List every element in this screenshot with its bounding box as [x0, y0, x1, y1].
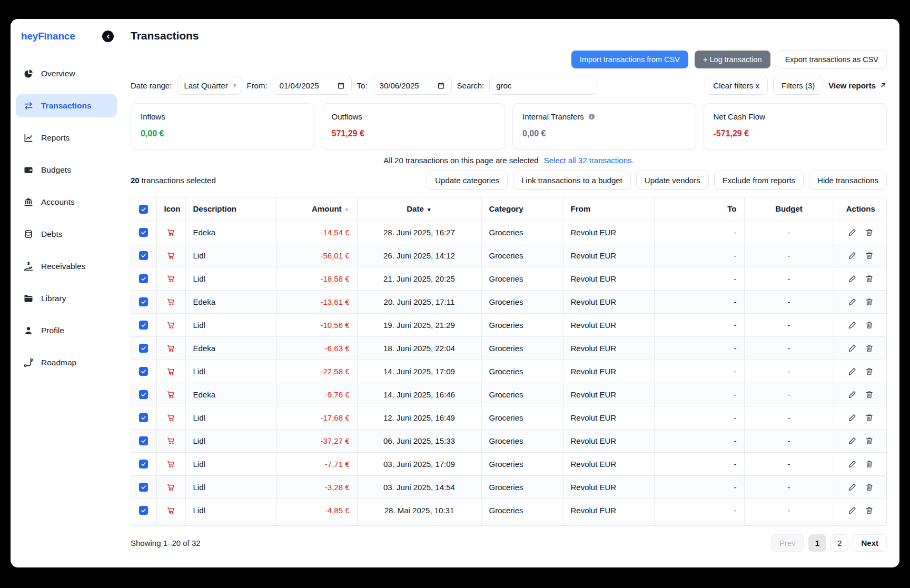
table-row: Lidl -18,58 € 21. Juni 2025, 20:25 Groce…	[131, 267, 887, 290]
select-all-link[interactable]: Select all 32 transactions.	[544, 156, 634, 165]
from-date-input[interactable]: 01/04/2025	[273, 76, 352, 95]
delete-row-button[interactable]	[865, 367, 874, 376]
trash-icon	[865, 344, 874, 353]
column-header-budget[interactable]: Budget	[744, 197, 834, 221]
edit-row-button[interactable]	[848, 297, 857, 306]
row-checkbox[interactable]	[139, 436, 148, 445]
edit-row-button[interactable]	[848, 228, 857, 237]
edit-row-button[interactable]	[848, 321, 857, 330]
column-header-description[interactable]: Description	[185, 197, 276, 221]
column-header-from[interactable]: From	[563, 197, 654, 221]
edit-row-button[interactable]	[848, 274, 857, 283]
delete-row-button[interactable]	[865, 344, 874, 353]
row-checkbox[interactable]	[139, 251, 148, 260]
sidebar-item-debts[interactable]: Debts	[16, 223, 117, 246]
row-checkbox[interactable]	[139, 297, 148, 306]
delete-row-button[interactable]	[865, 460, 874, 469]
edit-row-button[interactable]	[848, 390, 857, 399]
row-checkbox[interactable]	[139, 460, 148, 469]
delete-row-button[interactable]	[865, 274, 874, 283]
sidebar-item-library[interactable]: Library	[16, 287, 117, 310]
delete-row-button[interactable]	[865, 228, 874, 237]
column-header-category[interactable]: Category	[481, 197, 563, 221]
sidebar-item-accounts[interactable]: Accounts	[16, 191, 117, 214]
filters-button[interactable]: Filters (3)	[773, 76, 823, 95]
pagination-prev[interactable]: Prev	[771, 534, 804, 552]
edit-row-button[interactable]	[848, 460, 857, 469]
column-header-amount[interactable]: Amount▼	[276, 197, 357, 221]
edit-row-button[interactable]	[848, 436, 857, 445]
log-transaction-button[interactable]: + Log transaction	[695, 51, 770, 68]
delete-row-button[interactable]	[865, 297, 874, 306]
sidebar-item-label: Receivables	[41, 262, 85, 271]
check-icon	[141, 461, 146, 467]
summary-card: Internal Transfers 0,00 €	[512, 103, 696, 150]
trash-icon	[865, 483, 874, 492]
select-all-checkbox[interactable]	[139, 205, 148, 214]
column-header-to[interactable]: To	[654, 197, 744, 221]
to-label: To:	[357, 81, 368, 90]
row-checkbox[interactable]	[139, 228, 148, 237]
edit-row-button[interactable]	[848, 251, 857, 260]
column-header-icon[interactable]: Icon	[156, 197, 185, 221]
edit-row-button[interactable]	[848, 483, 857, 492]
delete-row-button[interactable]	[865, 321, 874, 330]
cell-category: Groceries	[481, 336, 563, 360]
export-csv-button[interactable]: Export transactions as CSV	[777, 51, 887, 68]
sidebar-item-reports[interactable]: Reports	[16, 126, 117, 150]
cell-amount: -17,68 €	[276, 406, 357, 429]
delete-row-button[interactable]	[865, 390, 874, 399]
clear-filters-button[interactable]: Clear filters x	[705, 76, 768, 95]
sidebar-item-profile[interactable]: Profile	[16, 319, 117, 342]
info-icon[interactable]	[588, 113, 596, 121]
column-header-date[interactable]: Date▼	[357, 197, 481, 221]
sidebar-item-overview[interactable]: Overview	[16, 62, 117, 85]
pagination-1[interactable]: 1	[808, 534, 826, 552]
update-vendors-button[interactable]: Update vendors	[636, 171, 709, 190]
row-checkbox[interactable]	[139, 413, 148, 422]
view-reports-link[interactable]: View reports	[828, 81, 887, 90]
sidebar: heyFinance Overview Transactions Reports…	[11, 19, 121, 567]
row-checkbox[interactable]	[139, 506, 148, 515]
row-checkbox[interactable]	[139, 367, 148, 376]
delete-row-button[interactable]	[865, 436, 874, 445]
row-checkbox[interactable]	[139, 321, 148, 330]
sidebar-item-receivables[interactable]: Receivables	[16, 255, 117, 278]
sidebar-item-roadmap[interactable]: Roadmap	[16, 351, 117, 374]
pagination-2[interactable]: 2	[830, 534, 848, 552]
link-transactions-to-a-budget-button[interactable]: Link transactions to a budget	[513, 171, 631, 190]
row-checkbox[interactable]	[139, 344, 148, 353]
cell-description: Lidl	[185, 429, 276, 452]
table-row: Edeka -14,54 € 28. Juni 2025, 16:27 Groc…	[131, 221, 887, 244]
edit-row-button[interactable]	[848, 413, 857, 422]
coins-icon	[23, 229, 34, 240]
sidebar-collapse-button[interactable]	[102, 31, 114, 42]
edit-row-button[interactable]	[848, 506, 857, 515]
delete-row-button[interactable]	[865, 506, 874, 515]
exclude-from-reports-button[interactable]: Exclude from reports	[714, 171, 804, 190]
row-checkbox[interactable]	[139, 390, 148, 399]
trash-icon	[865, 297, 874, 306]
edit-row-button[interactable]	[848, 344, 857, 353]
sidebar-item-budgets[interactable]: Budgets	[16, 158, 117, 182]
update-categories-button[interactable]: Update categories	[427, 171, 508, 190]
sidebar-item-transactions[interactable]: Transactions	[16, 94, 117, 117]
pencil-icon	[848, 321, 857, 330]
search-input[interactable]	[489, 76, 597, 95]
delete-row-button[interactable]	[865, 251, 874, 260]
cell-from: Revolut EUR	[563, 244, 654, 267]
row-checkbox[interactable]	[139, 274, 148, 283]
summary-card-value: -571,29 €	[714, 129, 877, 138]
import-csv-button[interactable]: Import transactions from CSV	[571, 51, 688, 68]
date-range-select[interactable]: Last Quarter ▼	[177, 76, 241, 95]
delete-row-button[interactable]	[865, 413, 874, 422]
pagination-next[interactable]: Next	[853, 534, 887, 552]
row-checkbox[interactable]	[139, 483, 148, 492]
table-row: Lidl -37,27 € 06. Juni 2025, 15:33 Groce…	[131, 429, 887, 452]
to-date-input[interactable]: 30/06/2025	[373, 76, 452, 95]
edit-row-button[interactable]	[848, 367, 857, 376]
delete-row-button[interactable]	[865, 483, 874, 492]
hide-transactions-button[interactable]: Hide transactions	[809, 171, 887, 190]
cell-date: 06. Juni 2025, 15:33	[357, 429, 481, 452]
shopping-cart-icon	[166, 228, 175, 237]
